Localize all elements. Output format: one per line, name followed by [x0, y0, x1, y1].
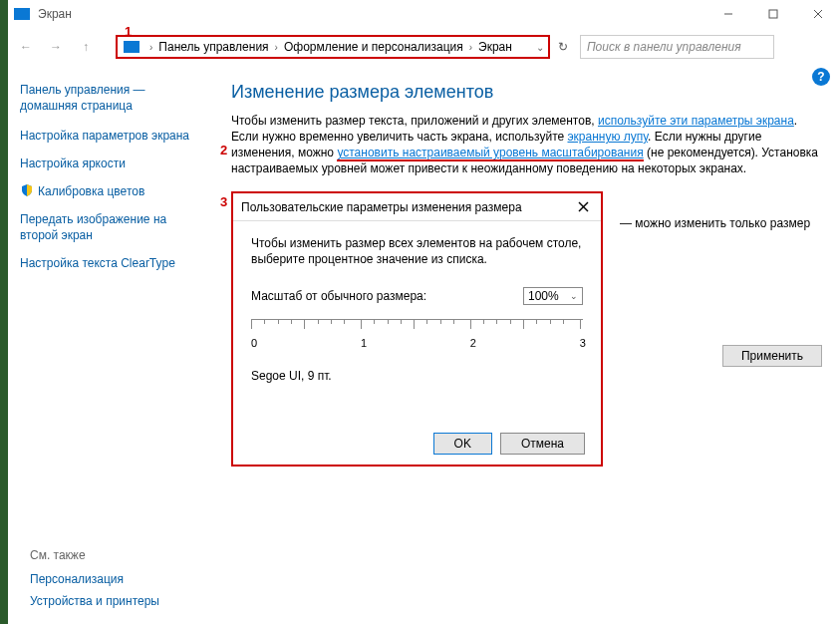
see-also: См. также Персонализация Устройства и пр…: [30, 548, 159, 608]
back-button[interactable]: ←: [14, 35, 38, 59]
minimize-button[interactable]: [705, 0, 750, 28]
dialog-title: Пользовательские параметры изменения раз…: [241, 200, 573, 214]
crumb-item[interactable]: Оформление и персонализация: [284, 40, 463, 54]
ok-button[interactable]: OK: [433, 433, 492, 455]
sidebar-item[interactable]: Настройка текста ClearType: [20, 255, 199, 271]
shield-icon: [20, 183, 34, 197]
sidebar-item[interactable]: Калибровка цветов: [20, 183, 199, 199]
crumb-item[interactable]: Панель управления: [158, 40, 268, 54]
magnifier-link[interactable]: экранную лупу: [568, 130, 649, 144]
dialog-close-button[interactable]: [573, 197, 593, 217]
description-text: Чтобы изменить размер текста, приложений…: [231, 113, 828, 176]
ruler-label: 1: [361, 337, 367, 349]
sidebar-home-link[interactable]: Панель управления — домашняя страница: [20, 82, 199, 114]
sidebar-item-label: Настройка яркости: [20, 156, 126, 171]
sidebar: Панель управления — домашняя страница На…: [20, 82, 199, 271]
sidebar-item[interactable]: Передать изображение на второй экран: [20, 211, 199, 243]
scale-value: 100%: [528, 289, 559, 303]
annotation-1: 1: [125, 24, 132, 39]
sidebar-item[interactable]: Настройка яркости: [20, 156, 199, 171]
font-sample: Segoe UI, 9 пт.: [251, 369, 583, 383]
titlebar: Экран: [8, 0, 840, 28]
sidebar-item-label: Передать изображение на второй экран: [20, 211, 199, 243]
ruler-label: 2: [470, 337, 476, 349]
dialog-body: Чтобы изменить размер всех элементов на …: [233, 221, 601, 397]
monitor-icon: [124, 41, 140, 53]
close-button[interactable]: [795, 0, 840, 28]
note-text: — можно изменить только размер: [620, 216, 828, 230]
chevron-right-icon: ›: [469, 42, 472, 53]
custom-scaling-dialog: Пользовательские параметры изменения раз…: [231, 191, 603, 467]
up-button[interactable]: ↑: [74, 35, 98, 59]
dialog-text: Чтобы изменить размер всех элементов на …: [251, 235, 583, 267]
forward-button[interactable]: →: [44, 35, 68, 59]
sidebar-item-label: Настройка текста ClearType: [20, 255, 175, 271]
ruler-label: 0: [251, 337, 257, 349]
dialog-titlebar: Пользовательские параметры изменения раз…: [233, 193, 601, 221]
apply-button[interactable]: Применить: [722, 345, 822, 367]
breadcrumb[interactable]: › Панель управления › Оформление и персо…: [116, 35, 550, 59]
page-title: Изменение размера элементов: [231, 82, 828, 103]
annotation-2: 2: [220, 143, 227, 157]
sidebar-item-label: Настройка параметров экрана: [20, 128, 189, 144]
see-also-link[interactable]: Устройства и принтеры: [30, 594, 159, 608]
search-input[interactable]: Поиск в панели управления: [580, 35, 774, 59]
sidebar-item[interactable]: Настройка параметров экрана: [20, 128, 199, 144]
chevron-down-icon: ⌄: [570, 291, 578, 301]
maximize-button[interactable]: [750, 0, 795, 28]
dropdown-icon[interactable]: ⌄: [536, 42, 544, 53]
chevron-right-icon: ›: [149, 42, 152, 53]
svg-rect-1: [769, 10, 777, 18]
left-decor: [0, 0, 8, 624]
annotation-3: 3: [220, 194, 227, 209]
see-also-header: См. также: [30, 548, 159, 562]
ruler[interactable]: 0 1 2 3: [251, 315, 583, 359]
refresh-button[interactable]: ↻: [558, 40, 568, 54]
see-also-link[interactable]: Персонализация: [30, 572, 159, 586]
ruler-label: 3: [580, 337, 586, 349]
window-icon: [14, 8, 30, 20]
chevron-right-icon: ›: [275, 42, 278, 53]
toolbar: ← → ↑ › Панель управления › Оформление и…: [8, 28, 840, 66]
apply-holder: Применить: [722, 345, 822, 367]
sidebar-item-label: Калибровка цветов: [38, 183, 144, 199]
cancel-button[interactable]: Отмена: [500, 433, 585, 455]
display-settings-link[interactable]: используйте эти параметры экрана: [598, 114, 794, 128]
scale-label: Масштаб от обычного размера:: [251, 289, 523, 303]
crumb-item[interactable]: Экран: [478, 40, 512, 54]
window-title: Экран: [38, 7, 72, 21]
custom-scaling-link[interactable]: установить настраиваемый уровень масштаб…: [337, 146, 643, 161]
scale-combo[interactable]: 100% ⌄: [523, 287, 583, 305]
